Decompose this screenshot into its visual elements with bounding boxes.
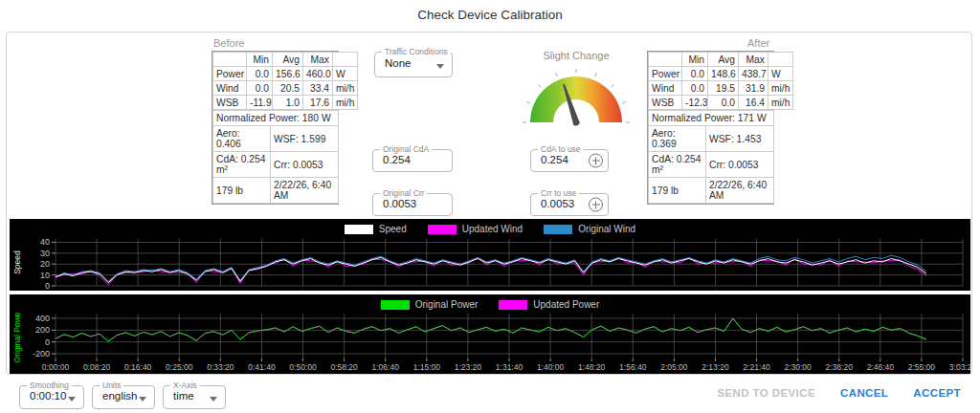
tick-label: 2:05:00 (660, 362, 688, 372)
power-chart[interactable]: 0:00:000:08:200:16:400:25:000:33:200:41:… (10, 312, 970, 374)
chevron-down-icon (436, 64, 444, 69)
tick-label: 1:31:40 (496, 362, 523, 372)
y-axis-label: Original Power (12, 312, 22, 362)
original-cda-field[interactable]: Original CdA 0.254 (372, 149, 453, 172)
gauge-tick (595, 73, 597, 76)
tick-label: 0:50:00 (289, 362, 317, 372)
after-label: After (747, 37, 769, 49)
legend-item: Speed (345, 224, 407, 234)
legend-label: Speed (379, 224, 407, 234)
table-row: Aero: 0.369WSF: 1.453 (649, 126, 774, 152)
legend-label: Original Wind (578, 224, 635, 234)
tick-label: 0:58:20 (330, 362, 358, 372)
gauge-tick (526, 102, 530, 104)
table-row: WSB-12.30.016.4mi/h (649, 96, 793, 110)
legend-swatch (428, 225, 457, 234)
table-row: Normalized Power: 180 W (213, 111, 339, 126)
calibration-gauge: Slight Change (512, 50, 640, 130)
traffic-conditions-select[interactable]: Traffic Conditions None (374, 52, 453, 77)
table-row: Normalized Power: 171 W (649, 111, 774, 126)
table-row: Wind0.019.531.9mi/h (649, 81, 793, 96)
legend-label: Original Power (415, 299, 479, 310)
tick-label: 10 (40, 271, 50, 280)
legend-swatch (381, 300, 410, 310)
units-label: Units (100, 380, 123, 390)
tick-label: 2:55:00 (908, 362, 936, 372)
tick-label: 2:21:40 (743, 362, 770, 372)
table-header-row: MinAvgMax (649, 53, 793, 67)
gauge-tick (612, 84, 614, 87)
tick-label: 400 (35, 314, 50, 323)
footer-bar: Smoothing 0:00:10 Units english X-Axis t… (0, 375, 980, 413)
units-select[interactable]: Units english (92, 385, 155, 409)
accept-button[interactable]: ACCEPT (913, 387, 961, 399)
gauge-tick (556, 73, 558, 76)
legend-swatch (544, 225, 572, 234)
tick-label: 2:38:20 (826, 362, 854, 372)
before-stats-table: MinAvgMaxPower0.0156.6460.0WWind0.020.53… (212, 52, 358, 110)
before-details-table: Normalized Power: 180 WAero: 0.406WSF: 1… (212, 110, 339, 204)
tick-label: 0:16:40 (124, 362, 152, 372)
power-chart-panel: Original PowerUpdated Power 0:00:000:08:… (10, 294, 970, 374)
power-chart-legend: Original PowerUpdated Power (10, 294, 970, 312)
crr-increment-button[interactable] (589, 198, 603, 212)
table-row: WSB-11.91.017.6mi/h (213, 96, 358, 110)
table-row: Power0.0156.6460.0W (213, 67, 358, 81)
tick-label: 1:23:20 (455, 362, 482, 372)
legend-item: Original Wind (544, 224, 635, 234)
traffic-conditions-label: Traffic Conditions (382, 47, 451, 56)
tick-label: 20 (40, 259, 50, 269)
tick-label: 3:03:20 (949, 362, 970, 372)
y-axis-label: Speed (12, 250, 22, 274)
tick-label: 1:48:20 (578, 362, 606, 372)
gauge-dial (514, 63, 638, 126)
legend-item: Updated Wind (428, 224, 523, 234)
tick-label: 0:00:00 (42, 362, 70, 372)
gauge-status-label: Slight Change (512, 50, 640, 61)
tick-label: 0 (45, 281, 50, 291)
calibration-panel: Before MinAvgMaxPower0.0156.6460.0WWind0… (6, 32, 972, 375)
speed-chart-legend: SpeedUpdated WindOriginal Wind (10, 219, 970, 236)
cancel-button[interactable]: CANCEL (840, 387, 888, 399)
table-row: 179 lb2/22/26, 6:40 AM (649, 178, 774, 204)
legend-item: Original Power (381, 299, 479, 310)
smoothing-label: Smoothing (27, 380, 72, 390)
speed-chart[interactable]: 010203040Speed (10, 236, 970, 291)
tick-label: 2:30:00 (784, 362, 812, 372)
tick-label: 2:13:20 (702, 362, 729, 372)
table-row: CdA: 0.254 m²Crr: 0.0053 (213, 152, 339, 178)
crr-to-use-field[interactable]: Crr to use 0.0053 (530, 193, 609, 216)
cda-increment-button[interactable] (589, 154, 603, 168)
tick-label: 0:08:20 (83, 362, 111, 372)
cda-to-use-field[interactable]: CdA to use 0.254 (530, 149, 609, 172)
original-crr-field[interactable]: Original Crr 0.0053 (372, 193, 453, 216)
after-card: MinAvgMaxPower0.0148.6438.7WWind0.019.53… (647, 51, 774, 205)
speed-chart-panel: SpeedUpdated WindOriginal Wind 010203040… (10, 219, 970, 291)
after-details-table: Normalized Power: 171 WAero: 0.369WSF: 1… (648, 110, 774, 204)
tick-label: 1:15:00 (413, 362, 441, 372)
tick-label: 2:46:40 (867, 362, 895, 372)
after-stats-table: MinAvgMaxPower0.0148.6438.7WWind0.019.53… (648, 52, 793, 110)
legend-item: Updated Power (499, 299, 599, 310)
chevron-down-icon (139, 397, 146, 402)
tick-label: 40 (40, 237, 50, 247)
legend-label: Updated Wind (462, 224, 523, 234)
chevron-down-icon (210, 397, 217, 402)
tick-label: 0 (45, 337, 50, 347)
gauge-tick (538, 84, 541, 87)
crr-to-use-label: Crr to use (538, 188, 579, 198)
xaxis-label: X-Axis (170, 380, 200, 390)
before-label: Before (213, 37, 244, 49)
table-row: Wind0.020.533.4mi/h (213, 81, 358, 96)
legend-label: Updated Power (533, 299, 599, 310)
original-crr-label: Original Crr (380, 188, 427, 198)
original-cda-label: Original CdA (380, 144, 432, 154)
xaxis-select[interactable]: X-Axis time (163, 385, 226, 409)
smoothing-select[interactable]: Smoothing 0:00:10 (19, 385, 84, 409)
table-row: CdA: 0.254 m²Crr: 0.0053 (649, 152, 774, 178)
send-to-device-button[interactable]: SEND TO DEVICE (717, 387, 815, 399)
tick-label: 1:40:00 (537, 362, 565, 372)
tick-label: 200 (35, 325, 50, 335)
page-title: Check Device Calibration (0, 8, 980, 22)
series-speed (56, 257, 926, 282)
